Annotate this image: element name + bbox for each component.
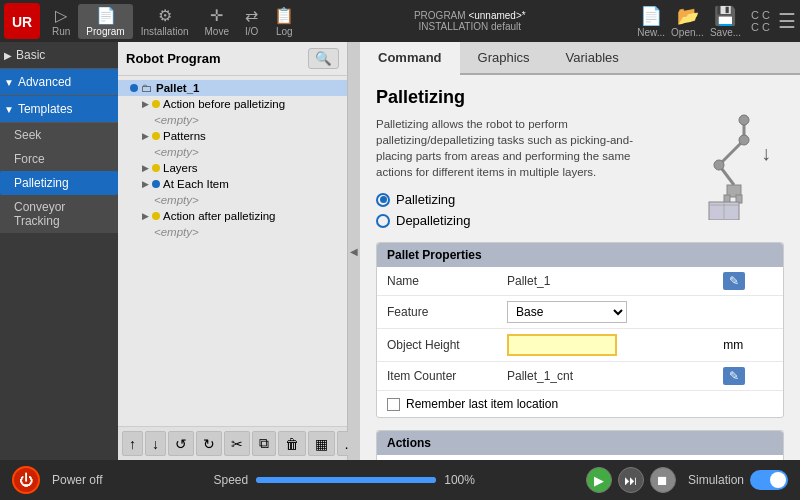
tab-command[interactable]: Command: [360, 42, 460, 75]
simulation-section: Simulation: [688, 470, 788, 490]
nav-program[interactable]: 📄 Program: [78, 4, 132, 39]
speed-percent: 100%: [444, 473, 475, 487]
sidebar-force[interactable]: Force: [0, 147, 118, 171]
tree-item-pallet1[interactable]: 🗀 Pallet_1: [118, 80, 347, 96]
svg-point-9: [739, 135, 749, 145]
prop-row-counter: Item Counter Pallet_1_cnt ✎: [377, 362, 783, 391]
search-button[interactable]: 🔍: [308, 48, 339, 69]
actions-section: Actions ✓ Add action before palletizing …: [376, 430, 784, 460]
sidebar: ▶ Basic ▼ Advanced ▼ Templates Seek Forc…: [0, 42, 118, 460]
robot-illustration: ↓: [684, 87, 784, 242]
prop-edit-counter: ✎: [713, 362, 783, 391]
pallet-properties-section: Pallet Properties Name Pallet_1 ✎ Featur…: [376, 242, 784, 418]
cc-indicator: C C C C: [751, 9, 770, 33]
nav-move[interactable]: ✛ Move: [197, 4, 237, 39]
collapse-handle[interactable]: ◀: [348, 42, 360, 460]
nav-io[interactable]: ⇄ I/O: [237, 4, 266, 39]
step-button[interactable]: ⏭: [618, 467, 644, 493]
tree-cut-button[interactable]: ✂: [224, 431, 250, 456]
prop-row-feature: Feature Base: [377, 296, 783, 329]
speed-label: Speed: [214, 473, 249, 487]
tree-grid-button[interactable]: ▦: [308, 431, 335, 456]
tree-item-layers[interactable]: ▶ Layers: [118, 160, 347, 176]
radio-depalletizing[interactable]: Depalletizing: [376, 213, 668, 228]
tree-item-action-before[interactable]: ▶ Action before palletizing: [118, 96, 347, 112]
tab-variables[interactable]: Variables: [548, 42, 637, 73]
edit-name-button[interactable]: ✎: [723, 272, 745, 290]
tree-item-patterns[interactable]: ▶ Patterns: [118, 128, 347, 144]
power-button[interactable]: ⏻: [12, 466, 40, 494]
prop-row-name: Name Pallet_1 ✎: [377, 267, 783, 296]
tree-content: 🗀 Pallet_1 ▶ Action before palletizing <…: [118, 76, 347, 426]
right-content: Palletizing Palletizing allows the robot…: [360, 75, 800, 460]
prop-value-name: Pallet_1: [497, 267, 713, 296]
prop-value-feature: Base: [497, 296, 783, 329]
bottom-bar: ⏻ Power off Speed 100% ▶ ⏭ ⏹ Simulation: [0, 460, 800, 500]
edit-counter-button[interactable]: ✎: [723, 367, 745, 385]
top-bar: UR ▷ Run 📄 Program ⚙ Installation ✛ Move…: [0, 0, 800, 42]
tree-item-empty-3[interactable]: <empty>: [118, 192, 347, 208]
sidebar-sub-items: Seek Force Palletizing Conveyor Tracking: [0, 123, 118, 233]
feature-select[interactable]: Base: [507, 301, 627, 323]
sidebar-seek[interactable]: Seek: [0, 123, 118, 147]
power-label: Power off: [52, 473, 102, 487]
tree-copy-button[interactable]: ⧉: [252, 431, 276, 456]
tree-up-button[interactable]: ↑: [122, 431, 143, 456]
svg-text:UR: UR: [12, 14, 32, 30]
open-button[interactable]: 📂 Open...: [671, 5, 704, 38]
prop-label-counter: Item Counter: [377, 362, 497, 391]
prop-label-feature: Feature: [377, 296, 497, 329]
simulation-toggle[interactable]: [750, 470, 788, 490]
nav-log[interactable]: 📋 Log: [266, 4, 302, 39]
tree-item-empty-4[interactable]: <empty>: [118, 224, 347, 240]
object-height-input[interactable]: [507, 334, 617, 356]
tree-delete-button[interactable]: 🗑: [278, 431, 306, 456]
speed-bar[interactable]: [256, 477, 436, 483]
tree-panel: Robot Program 🔍 🗀 Pallet_1 ▶ Action befo…: [118, 42, 348, 460]
tree-item-empty-1[interactable]: <empty>: [118, 112, 347, 128]
menu-button[interactable]: ☰: [778, 9, 796, 33]
nav-installation[interactable]: ⚙ Installation: [133, 4, 197, 39]
play-button[interactable]: ▶: [586, 467, 612, 493]
remember-checkbox[interactable]: [387, 398, 400, 411]
prop-value-counter: Pallet_1_cnt: [497, 362, 713, 391]
new-button[interactable]: 📄 New...: [637, 5, 665, 38]
program-info: PROGRAM <unnamed>* INSTALLATION default: [302, 10, 637, 32]
right-panel: Command Graphics Variables Palletizing P…: [360, 42, 800, 460]
main-area: ▶ Basic ▼ Advanced ▼ Templates Seek Forc…: [0, 42, 800, 460]
sidebar-palletizing[interactable]: Palletizing: [0, 171, 118, 195]
simulation-toggle-knob: [770, 472, 786, 488]
prop-label-name: Name: [377, 267, 497, 296]
tab-bar: Command Graphics Variables: [360, 42, 800, 75]
pallet-properties-header: Pallet Properties: [377, 243, 783, 267]
action-row-before: ✓ Add action before palletizing: [377, 455, 783, 460]
pallet-properties-table: Name Pallet_1 ✎ Feature Base: [377, 267, 783, 391]
tree-redo-button[interactable]: ↻: [196, 431, 222, 456]
nav-run[interactable]: ▷ Run: [44, 4, 78, 39]
logo: UR: [4, 3, 40, 39]
save-button[interactable]: 💾 Save...: [710, 5, 741, 38]
actions-header: Actions: [377, 431, 783, 455]
tree-item-action-after[interactable]: ▶ Action after palletizing: [118, 208, 347, 224]
sidebar-advanced[interactable]: ▼ Advanced: [0, 69, 118, 96]
tree-undo-button[interactable]: ↺: [168, 431, 194, 456]
tree-item-empty-2[interactable]: <empty>: [118, 144, 347, 160]
sidebar-conveyor-tracking[interactable]: Conveyor Tracking: [0, 195, 118, 233]
svg-point-10: [714, 160, 724, 170]
tree-down-button[interactable]: ↓: [145, 431, 166, 456]
tree-item-at-each-item[interactable]: ▶ At Each Item: [118, 176, 347, 192]
stop-button[interactable]: ⏹: [650, 467, 676, 493]
svg-text:↓: ↓: [761, 142, 771, 164]
tab-graphics[interactable]: Graphics: [460, 42, 548, 73]
playback-controls: ▶ ⏭ ⏹: [586, 467, 676, 493]
prop-edit-name: ✎: [713, 267, 783, 296]
section-title: Palletizing: [376, 87, 668, 108]
prop-row-height: Object Height mm: [377, 329, 783, 362]
sidebar-templates[interactable]: ▼ Templates: [0, 96, 118, 123]
speed-section: Speed 100%: [114, 473, 573, 487]
radio-group: Palletizing Depalletizing: [376, 192, 668, 228]
radio-palletizing[interactable]: Palletizing: [376, 192, 668, 207]
radio-depalletizing-circle: [376, 214, 390, 228]
simulation-label: Simulation: [688, 473, 744, 487]
sidebar-basic[interactable]: ▶ Basic: [0, 42, 118, 69]
